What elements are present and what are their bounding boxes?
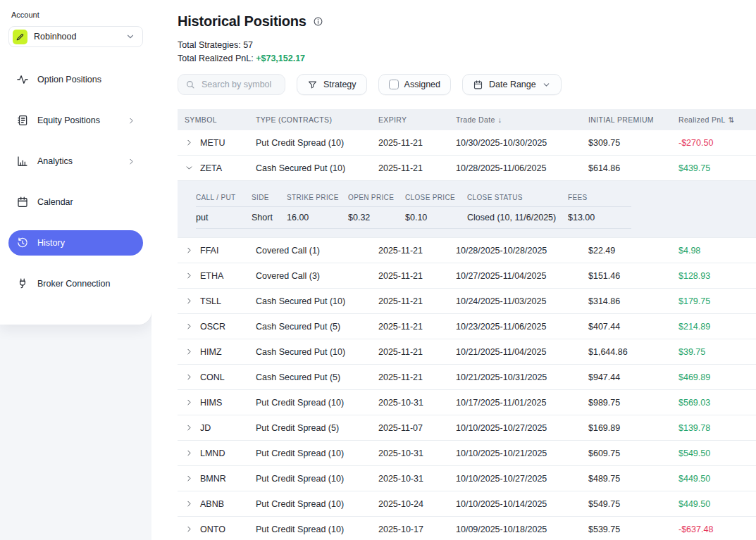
column-header[interactable]: Trade Date↓ [456,115,588,124]
sidebar-item-history[interactable]: History [8,230,143,256]
history-clock-icon [16,237,29,249]
realized-pnl-cell: $214.89 [678,322,756,332]
initial-premium-cell: $407.44 [588,322,678,332]
table-row[interactable]: HIMZCash Secured Put (10)2025-11-2110/21… [178,339,756,365]
symbol-cell: ETHA [200,271,223,281]
bar-chart-icon [16,155,29,168]
type-cell: Put Credit Spread (10) [256,525,378,534]
detail-cell: Short [252,213,287,222]
realized-pnl-cell: $128.93 [678,271,756,281]
date-range-filter-label: Date Range [489,80,536,89]
search-icon [185,80,195,89]
expiry-cell: 2025-11-21 [378,138,456,148]
realized-pnl-cell: $449.50 [678,499,756,509]
sidebar-item-calendar[interactable]: Calendar [8,189,143,215]
table-row[interactable]: TSLLCash Secured Put (10)2025-11-2110/24… [178,289,756,314]
realized-pnl-cell: $569.03 [678,398,756,408]
chevron-right-icon[interactable] [185,246,194,255]
table-row[interactable]: JDPut Credit Spread (5)2025-11-0710/10/2… [178,415,756,441]
detail-row: putShort16.00$0.32$0.10Closed (10, 11/6/… [196,207,631,229]
type-cell: Put Credit Spread (10) [256,138,378,148]
chevron-right-icon[interactable] [185,474,194,483]
chevron-right-icon[interactable] [185,322,194,331]
sidebar-item-equity-positions[interactable]: Equity Positions [8,108,143,133]
assigned-filter-button[interactable]: Assigned [378,74,451,95]
info-icon[interactable] [313,16,323,27]
expiry-cell: 2025-10-31 [378,474,456,484]
sidebar-item-label: Option Positions [37,75,101,84]
detail-cell: $13.00 [568,213,631,222]
detail-column-header: OPEN PRICE [348,194,405,201]
symbol-cell: CONL [200,372,225,382]
realized-pnl-cell: $39.75 [678,347,756,357]
table-row[interactable]: HIMSPut Credit Spread (10)2025-10-3110/1… [178,390,756,415]
sidebar-item-broker-connection[interactable]: Broker Connection [8,271,143,296]
chevron-right-icon[interactable] [185,372,194,382]
sidebar-item-option-positions[interactable]: Option Positions [8,67,143,92]
sidebar-item-label: Broker Connection [37,279,111,289]
account-selector[interactable]: Robinhood [8,26,143,47]
detail-cell: $0.32 [348,213,405,222]
chevron-right-icon[interactable] [185,296,194,306]
table-row[interactable]: METUPut Credit Spread (10)2025-11-2110/3… [178,130,756,156]
chevron-right-icon[interactable] [185,398,194,407]
table-row[interactable]: LMNDPut Credit Spread (10)2025-10-3110/1… [178,441,756,466]
table-row[interactable]: BMNRPut Credit Spread (10)2025-10-3110/1… [178,466,756,491]
chevron-right-icon[interactable] [185,525,194,534]
search-input[interactable] [200,79,278,90]
initial-premium-cell: $151.46 [588,271,678,281]
column-header[interactable]: Realized PnL⇅ [678,115,756,124]
assigned-checkbox[interactable] [389,80,399,89]
table-row[interactable]: ETHACovered Call (3)2025-11-2110/27/2025… [178,263,756,289]
initial-premium-cell: $314.86 [588,296,678,306]
trade-date-cell: 10/23/2025-11/06/2025 [456,322,588,332]
column-header: TYPE (CONTRACTS) [256,115,378,124]
strategy-filter-button[interactable]: Strategy [297,74,367,95]
pen-icon [16,32,25,42]
chevron-right-icon[interactable] [185,499,194,508]
trade-date-cell: 10/21/2025-10/31/2025 [456,372,588,382]
date-range-filter-button[interactable]: Date Range [462,74,562,95]
table-row[interactable]: ZETACash Secured Put (10)2025-11-2110/28… [178,156,756,181]
chevron-down-icon [125,32,135,42]
account-chip [13,30,27,44]
table-body: METUPut Credit Spread (10)2025-11-2110/3… [178,130,756,540]
detail-cell: put [196,213,252,222]
type-cell: Cash Secured Put (5) [256,322,378,332]
funnel-icon [307,80,318,90]
calendar-icon [16,196,29,208]
chevron-right-icon[interactable] [185,347,194,356]
ledger-icon [16,114,29,127]
detail-column-header: STRIKE PRICE [287,194,348,201]
trade-date-cell: 10/28/2025-10/28/2025 [456,246,588,256]
symbol-cell: METU [200,138,225,148]
chevron-down-icon[interactable] [185,163,194,172]
initial-premium-cell: $309.75 [588,138,678,148]
detail-cell: 16.00 [287,213,348,222]
sidebar-item-analytics[interactable]: Analytics [8,149,143,174]
search-box[interactable] [178,74,285,95]
expiry-cell: 2025-10-24 [378,499,456,509]
column-header-label: SYMBOL [185,115,217,124]
account-label: Account [11,11,143,19]
table-row[interactable]: CONLCash Secured Put (5)2025-11-2110/21/… [178,365,756,390]
expiry-cell: 2025-11-21 [378,246,456,256]
table-row[interactable]: OSCRCash Secured Put (5)2025-11-2110/23/… [178,314,756,339]
chevron-right-icon[interactable] [185,138,194,147]
table-row[interactable]: FFAICovered Call (1)2025-11-2110/28/2025… [178,238,756,263]
initial-premium-cell: $489.75 [588,474,678,484]
initial-premium-cell: $1,644.86 [588,347,678,357]
table-row[interactable]: ONTOPut Credit Spread (10)2025-10-1710/0… [178,517,756,540]
initial-premium-cell: $614.86 [588,163,678,173]
chevron-right-icon[interactable] [185,423,194,432]
trade-date-cell: 10/30/2025-10/30/2025 [456,138,588,148]
account-name: Robinhood [34,32,119,42]
realized-pnl-cell: $4.98 [678,246,756,256]
assigned-filter-label: Assigned [404,80,440,89]
chevron-right-icon[interactable] [185,271,194,280]
table-row[interactable]: ABNBPut Credit Spread (10)2025-10-2410/1… [178,491,756,517]
expiry-cell: 2025-11-07 [378,423,456,433]
chevron-right-icon[interactable] [185,448,194,458]
symbol-cell: OSCR [200,322,225,332]
sidebar-card: Account Robinhood Option PositionsEquity… [0,0,151,325]
